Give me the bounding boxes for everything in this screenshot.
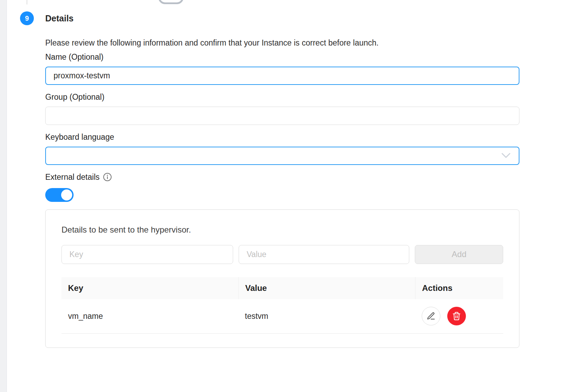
external-details-label: External details — [45, 173, 99, 182]
group-field-label: Group (Optional) — [45, 92, 519, 102]
hypervisor-panel-description: Details to be sent to the hypervisor. — [61, 225, 503, 235]
row-actions-cell — [415, 307, 503, 325]
edit-button[interactable] — [422, 307, 440, 325]
table-row: vm_name testvm — [61, 299, 503, 334]
row-key-cell: vm_name — [61, 312, 238, 321]
group-input[interactable] — [45, 107, 519, 125]
table-header-key: Key — [61, 277, 238, 299]
add-button[interactable]: Add — [415, 245, 503, 264]
trash-icon — [452, 312, 461, 321]
previous-step-toggle-partial[interactable] — [158, 0, 184, 4]
keyboard-language-select[interactable] — [45, 147, 519, 165]
step-header: 9 Details — [20, 11, 74, 25]
details-table: Key Value Actions vm_name testvm — [61, 277, 503, 334]
info-icon[interactable] — [103, 173, 112, 182]
key-value-entry-row: Add — [61, 245, 503, 264]
external-details-toggle[interactable] — [45, 188, 74, 202]
external-details-label-row: External details — [45, 173, 519, 182]
review-instructions-text: Please review the following information … — [45, 38, 519, 48]
step-content: Please review the following information … — [45, 38, 519, 348]
keyboard-language-label: Keyboard language — [45, 133, 519, 142]
toggle-knob — [61, 189, 72, 200]
key-input[interactable] — [61, 245, 233, 264]
step-title: Details — [45, 13, 74, 23]
stepper-connector-line — [27, 0, 27, 4]
table-header-row: Key Value Actions — [61, 277, 503, 299]
table-header-value: Value — [238, 277, 415, 299]
hypervisor-details-panel: Details to be sent to the hypervisor. Ad… — [45, 209, 519, 348]
name-field-label: Name (Optional) — [45, 52, 519, 62]
step-number-badge: 9 — [20, 11, 34, 25]
pencil-icon — [427, 312, 436, 321]
delete-button[interactable] — [447, 307, 466, 325]
row-value-cell: testvm — [238, 312, 415, 321]
page-left-edge — [0, 0, 7, 392]
chevron-down-icon — [501, 153, 510, 158]
name-input[interactable] — [45, 67, 519, 85]
value-input[interactable] — [239, 245, 409, 264]
table-header-actions: Actions — [415, 277, 503, 299]
details-step-page: 9 Details Please review the following in… — [0, 0, 574, 392]
